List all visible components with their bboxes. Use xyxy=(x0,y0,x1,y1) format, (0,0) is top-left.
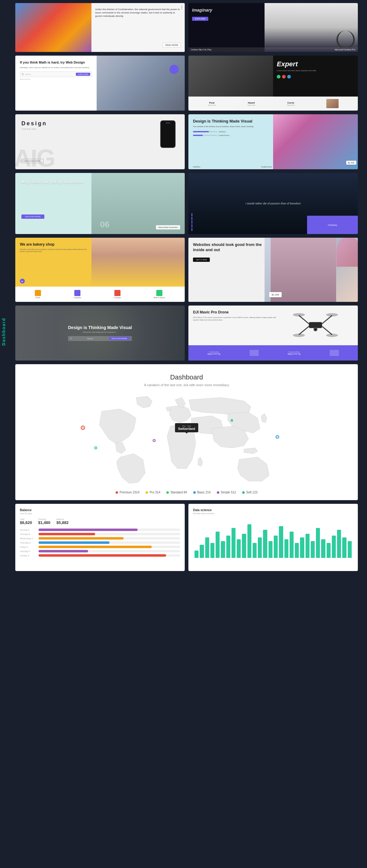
card-webdesign-left: If you think Math is hard, try Web Desig… xyxy=(15,56,97,111)
balance-net: Balance $5,882 xyxy=(57,518,69,525)
card-webdesign-person xyxy=(97,56,185,111)
map-dot-premium xyxy=(81,426,85,430)
svg-point-8 xyxy=(326,334,338,337)
card-imaginary-image xyxy=(264,3,358,52)
pizza-label: Pizza xyxy=(35,297,41,299)
card-design-gray-search[interactable]: 🔍 Search... DISCOVER MORE xyxy=(68,336,132,341)
card-thinking-person: $1,432 xyxy=(273,114,358,169)
card-ratherdie-lines xyxy=(192,213,192,231)
balance-row-5: Friday E xyxy=(20,546,180,548)
card-dji-thumb-2 xyxy=(330,350,339,356)
tab-curve[interactable]: Curve Type here xyxy=(287,101,295,106)
card-websites-btn[interactable]: GET IT NOW xyxy=(193,257,210,262)
card-webdesign-subscribe-btn[interactable]: SUBSCRIBE xyxy=(76,73,90,76)
legend-label-standard: Standard 84 xyxy=(170,491,187,494)
card-thinking-interflora: Interflora xyxy=(193,166,200,168)
data-science-subtitle: Monthly data overview xyxy=(193,513,353,515)
card-expert-dots xyxy=(277,75,354,79)
card-design-gray-btn[interactable]: DISCOVER MORE xyxy=(109,337,130,340)
bottom-cards: Balance Last 30 days Total $6,620 Pendin… xyxy=(15,504,358,571)
dashboard-title: Dashboard xyxy=(25,373,349,381)
crumpet-icon xyxy=(114,290,120,296)
world-map: Pro · 314 Switzerland xyxy=(25,393,349,485)
ds-bar-group-26 xyxy=(332,535,336,558)
ds-bar-group-14 xyxy=(269,541,273,558)
ds-bar-29 xyxy=(348,541,352,558)
card-websites-right: $1,432 xyxy=(264,238,358,302)
card-anyidiot-btn[interactable]: DISCOVER MORE xyxy=(21,215,44,219)
card-abstract-menu[interactable] xyxy=(181,5,182,9)
ds-bar-16 xyxy=(279,526,283,558)
card-design-gray-sub: Everyone, even when you try to ignore it… xyxy=(68,331,132,333)
bar-fill-3 xyxy=(38,537,123,539)
card-design-logo: AIG Design THINKING DISCOVER MORE xyxy=(15,114,185,169)
bar-container-3 xyxy=(38,537,180,539)
card-imaginary-btn[interactable]: EXPLORE xyxy=(192,17,208,21)
ds-bar-group-25 xyxy=(327,543,331,558)
world-map-svg xyxy=(25,393,349,485)
ds-bar-group-24 xyxy=(321,539,325,558)
card-websites: Websites should look good from the insid… xyxy=(189,238,358,302)
ds-bar-4 xyxy=(216,532,220,558)
map-dot-soft xyxy=(231,419,233,422)
svg-point-10 xyxy=(314,329,316,331)
data-science-chart xyxy=(193,518,353,558)
bar-fill-2 xyxy=(38,533,95,535)
card-dji-product-2: Freestyle Edition Mavic Pro Fly xyxy=(287,351,300,355)
line-4 xyxy=(192,224,192,227)
card-anyidiot-number: 06 xyxy=(100,220,110,229)
ds-bar-group-21 xyxy=(306,534,310,558)
ds-bar-24 xyxy=(321,539,325,558)
ds-bar-group-27 xyxy=(337,530,341,558)
card-ratherdie-label: Company xyxy=(307,216,358,234)
card-webdesign-search[interactable]: 🔍 Search... SUBSCRIBE xyxy=(20,71,92,77)
ds-bar-5 xyxy=(221,541,225,558)
tab-post[interactable]: Post Type here xyxy=(208,101,216,106)
ds-bar-group-8 xyxy=(237,539,241,558)
ds-bar-13 xyxy=(263,530,267,558)
card-thinking-subtitle: Your website is the window of your busin… xyxy=(193,125,272,128)
card-imaginary-product-1: Certina Tab 4 XL Plus xyxy=(191,49,211,51)
card-design-thinking: Design is Thinking Made Visual Your webs… xyxy=(189,114,358,169)
category-pizza[interactable]: Pizza xyxy=(35,290,41,299)
bar-container-4 xyxy=(38,541,180,544)
card-anyidiot: Any idiot can put up a website DISCOVER … xyxy=(15,173,185,234)
bar-fill-6 xyxy=(38,550,88,552)
card-bakery-person xyxy=(91,238,185,287)
category-bowl[interactable]: Bowl & Spoon xyxy=(154,290,166,299)
category-cupcake[interactable]: Cupcake xyxy=(74,290,81,299)
ds-bar-group-17 xyxy=(284,539,288,558)
tab-haunt[interactable]: Haunt Type here xyxy=(247,101,255,106)
legend-label-basic: Basic 214 xyxy=(197,491,211,494)
svg-line-3 xyxy=(299,326,309,335)
balance-row-3: Wednesday C xyxy=(20,537,180,539)
card-design-phone xyxy=(160,120,175,148)
dot-3 xyxy=(181,8,182,9)
ds-bar-3 xyxy=(210,543,215,558)
search-icon: 🔍 xyxy=(22,73,24,75)
balance-total-label: Total xyxy=(20,518,32,520)
ds-bar-8 xyxy=(237,539,241,558)
tooltip-label: Pro · 314 xyxy=(178,425,195,427)
card-anyidiot-badge: Money Back Guarantee xyxy=(156,225,180,229)
card-abstract-read-more[interactable]: READ MORE xyxy=(163,43,181,48)
card-design-discover-btn[interactable]: DISCOVER MORE xyxy=(21,159,44,163)
bowl-label: Bowl & Spoon xyxy=(154,297,166,299)
card-webdesign-circle xyxy=(169,65,178,74)
category-crumpet[interactable]: Crumpet xyxy=(114,290,121,299)
dot-2 xyxy=(181,7,182,8)
card-webdesign-image xyxy=(97,56,185,111)
legend-label-premium: Premium 2314 xyxy=(120,491,139,494)
card-bakery-categories: Pizza Cupcake Crumpet Bowl & Spoon xyxy=(15,287,185,302)
ds-bar-group-23 xyxy=(316,528,320,558)
card-bakery-title: We are bakery shop xyxy=(20,242,87,247)
card-ratherdie-quote: I would rather die of passion than of bo… xyxy=(205,202,341,206)
svg-line-1 xyxy=(299,316,309,324)
legend-dot-standard xyxy=(166,491,169,494)
card-dji-product-1: Featherweight Mavic Pro Fly xyxy=(207,351,220,355)
dot-green xyxy=(277,75,280,79)
data-science-title: Data science xyxy=(193,508,353,512)
map-tooltip: Pro · 314 Switzerland xyxy=(175,423,198,432)
balance-subtitle: Last 30 days xyxy=(20,513,180,515)
card-webdesign-title: If you think Math is hard, try Web Desig… xyxy=(20,60,92,64)
